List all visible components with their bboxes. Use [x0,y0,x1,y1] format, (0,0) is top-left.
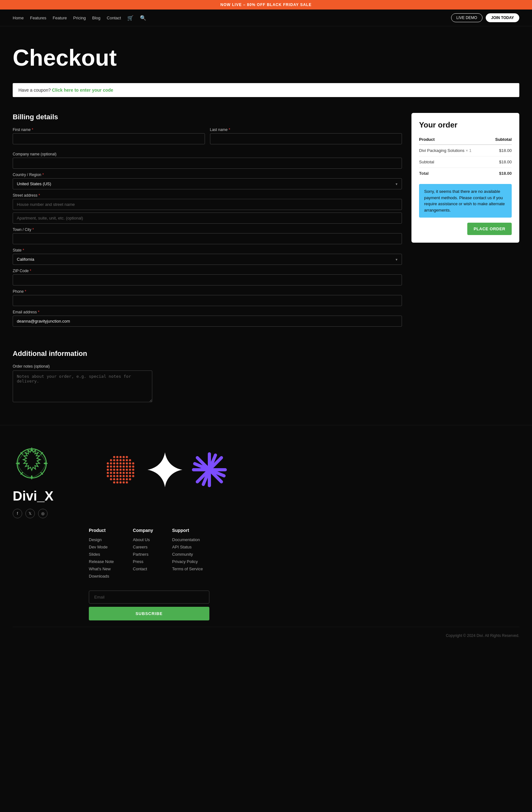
nav-feature[interactable]: Feature [53,16,67,20]
svg-point-8 [110,459,112,462]
svg-point-28 [119,466,122,468]
orb-graphic: // dots pattern for orb [101,451,140,489]
subscribe-email-input[interactable] [89,591,210,604]
footer-link-apistatus[interactable]: API Status [172,545,203,549]
footer-link-terms[interactable]: Terms of Service [172,566,203,571]
nav-contact[interactable]: Contact [107,16,121,20]
coupon-link[interactable]: Click here to enter your code [52,88,113,92]
footer-links: Product Design Dev Mode Slides Release N… [13,528,519,581]
search-icon[interactable]: 🔍 [140,15,146,21]
svg-point-18 [116,462,119,465]
town-input[interactable] [13,233,402,244]
svg-point-20 [123,462,125,465]
svg-point-14 [129,459,131,462]
footer-link-slides[interactable]: Slides [89,552,114,557]
state-group: State * California [13,248,402,265]
place-order-button[interactable]: PLACE ORDER [467,223,512,235]
footer-link-partners[interactable]: Partners [133,552,153,557]
order-subtotal-value: $18.00 [489,156,512,168]
svg-point-57 [126,475,128,477]
order-product-price: $18.00 [489,145,512,156]
first-name-input[interactable] [13,133,205,144]
first-name-group: First name * [13,128,205,144]
svg-point-34 [110,469,112,471]
svg-point-69 [119,481,122,484]
page-header: Checkout [0,26,532,77]
order-product-row: Divi Packaging Solutions × 1 $18.00 [419,145,512,156]
cart-icon[interactable]: 🛒 [127,15,133,21]
order-total-label: Total [419,168,489,179]
svg-point-21 [126,462,128,465]
footer-col-product: Product Design Dev Mode Slides Release N… [89,528,114,581]
footer-link-contact[interactable]: Contact [133,566,153,571]
brand-logo-icon [13,444,51,482]
footer-link-devmode[interactable]: Dev Mode [89,545,114,549]
zip-input[interactable] [13,274,402,286]
product-col-header: Product [419,134,489,145]
phone-input[interactable] [13,295,402,306]
town-group: Town / City * [13,228,402,244]
svg-point-3 [113,456,115,458]
svg-point-13 [126,459,128,462]
nav-home[interactable]: Home [13,16,24,20]
footer-link-design[interactable]: Design [89,537,114,542]
order-total-value: $18.00 [489,168,512,179]
main-content: Billing details First name * Last name *… [0,103,532,350]
instagram-icon[interactable]: ◎ [38,509,47,518]
svg-point-25 [110,466,112,468]
billing-title: Billing details [13,113,402,121]
footer-link-privacy[interactable]: Privacy Policy [172,559,203,564]
footer-link-about[interactable]: About Us [133,537,153,542]
svg-point-41 [132,469,134,471]
svg-point-29 [123,466,125,468]
svg-point-50 [132,472,134,474]
svg-point-27 [116,466,119,468]
svg-point-30 [126,466,128,468]
svg-point-63 [119,478,122,480]
coupon-bar: Have a coupon? Click here to enter your … [13,83,519,97]
svg-point-11 [119,459,122,462]
star-graphic [146,451,184,489]
svg-point-7 [126,456,128,458]
state-select[interactable]: California [13,254,402,265]
footer-link-press[interactable]: Press [133,559,153,564]
last-name-input[interactable] [210,133,402,144]
svg-point-51 [107,475,109,477]
company-group: Company name (optional) [13,152,402,169]
copyright-text: Copyright © 2024 Divi. All Rights Reserv… [446,634,519,638]
footer-link-downloads[interactable]: Downloads [89,574,114,579]
svg-point-31 [129,466,131,468]
footer-link-docs[interactable]: Documentation [172,537,203,542]
footer-link-release[interactable]: Release Note [89,559,114,564]
join-today-button[interactable]: JOIN TODAY [486,13,519,22]
nav-features[interactable]: Features [30,16,46,20]
notes-textarea[interactable] [13,371,152,402]
country-select-wrapper: United States (US) [13,178,402,189]
svg-point-60 [110,478,112,480]
email-input[interactable] [13,316,402,327]
twitter-icon[interactable]: 𝕏 [25,509,35,518]
subscribe-button[interactable]: SUBSCRIBE [89,607,210,620]
footer-link-community[interactable]: Community [172,552,203,557]
svg-point-32 [132,466,134,468]
facebook-icon[interactable]: f [13,509,22,518]
footer-col-company: Company About Us Careers Partners Press … [133,528,153,581]
live-demo-button[interactable]: LIVE DEMO [451,13,483,22]
apt-input[interactable] [13,213,402,223]
street-label: Street address * [13,193,402,198]
svg-point-68 [116,481,119,484]
notes-label: Order notes (optional) [13,364,519,368]
svg-point-52 [110,475,112,477]
svg-point-65 [126,478,128,480]
footer-link-careers[interactable]: Careers [133,545,153,549]
page-title: Checkout [13,45,519,70]
country-select[interactable]: United States (US) [13,178,402,189]
order-title: Your order [419,120,512,129]
footer-link-whatsnew[interactable]: What's New [89,566,114,571]
company-label: Company name (optional) [13,152,402,156]
street-input[interactable] [13,199,402,210]
nav-pricing[interactable]: Pricing [73,16,86,20]
company-input[interactable] [13,158,402,169]
email-group: Email address * [13,310,402,327]
nav-blog[interactable]: Blog [92,16,101,20]
